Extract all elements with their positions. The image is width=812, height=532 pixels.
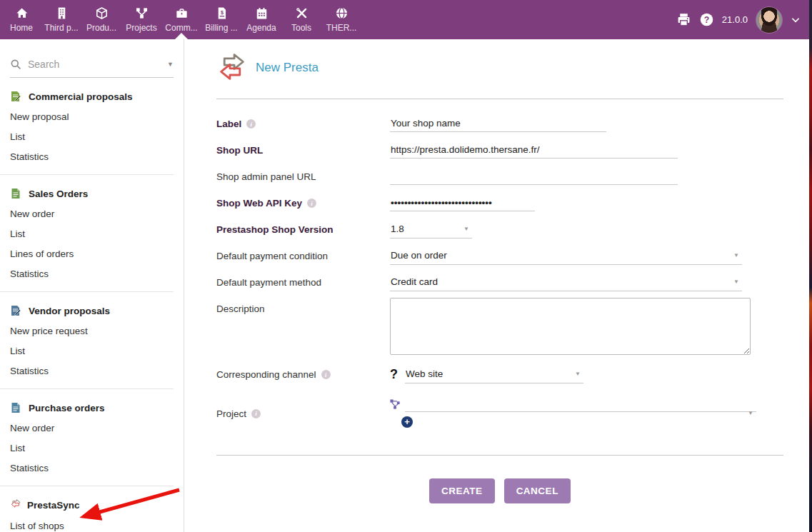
- sidebar-divider: [0, 174, 174, 175]
- sidebar-item-new-price-request[interactable]: New price request: [10, 321, 174, 341]
- info-icon[interactable]: i: [246, 119, 256, 129]
- section-title: PrestaSync: [27, 500, 80, 511]
- menu-label: Agenda: [246, 23, 276, 33]
- selected-value: Web site: [406, 368, 443, 379]
- sidebar-item-proposal-statistics[interactable]: Statistics: [10, 146, 174, 166]
- sidebar-item-order-statistics[interactable]: Statistics: [10, 264, 174, 283]
- api-key-input[interactable]: [390, 195, 535, 211]
- user-avatar[interactable]: [756, 6, 783, 34]
- sidebar-item-lines-of-orders[interactable]: Lines of orders: [10, 244, 174, 264]
- description-textarea[interactable]: [390, 298, 751, 355]
- form-row-payment-method: Default payment method Credit card ▼: [216, 269, 783, 296]
- calendar-icon: [255, 6, 269, 20]
- search-icon: [10, 59, 21, 70]
- search-dropdown-caret[interactable]: ▼: [167, 61, 174, 68]
- menu-label: Comm...: [165, 23, 197, 33]
- globe-icon: [335, 6, 349, 20]
- info-icon[interactable]: i: [251, 409, 261, 418]
- form-row-api-key: Shop Web API Key i: [216, 190, 783, 216]
- menu-third-parties[interactable]: Third p...: [41, 0, 81, 39]
- help-icon[interactable]: ?: [699, 12, 714, 27]
- actions-divider: [216, 455, 783, 456]
- field-label: Shop admin panel URL: [216, 171, 316, 182]
- field-label: Project: [216, 408, 246, 419]
- sidebar-divider: [0, 388, 174, 389]
- search-input[interactable]: [28, 59, 161, 70]
- header-divider: [216, 99, 783, 99]
- form-row-shop-url: Shop URL: [216, 137, 783, 164]
- section-header-sales-orders[interactable]: Sales Orders: [10, 181, 174, 204]
- field-label: Default payment method: [216, 277, 321, 288]
- field-label: Shop URL: [216, 145, 263, 156]
- shop-version-select[interactable]: 1.8 ▼: [390, 221, 472, 239]
- menu-projects[interactable]: Projects: [121, 0, 161, 39]
- form-row-project: Project i ▼ +: [216, 391, 783, 436]
- sidebar-item-purchase-order-statistics[interactable]: Statistics: [10, 458, 174, 478]
- project-select[interactable]: ▼: [405, 406, 756, 412]
- label-input[interactable]: [390, 116, 606, 132]
- sidebar-item-vendor-proposal-list[interactable]: List: [10, 341, 174, 361]
- sidebar-section-sales-orders: Sales Orders New order List Lines of ord…: [0, 181, 184, 283]
- section-title: Sales Orders: [29, 189, 88, 199]
- exchange-arrows-icon: [10, 499, 24, 511]
- version-number: 21.0.0: [722, 14, 748, 25]
- shop-url-input[interactable]: [390, 142, 678, 159]
- add-project-button[interactable]: +: [401, 416, 413, 428]
- sidebar-item-vendor-proposal-statistics[interactable]: Statistics: [10, 361, 174, 381]
- form-row-description: Description: [216, 298, 783, 355]
- sidebar-item-purchase-order-list[interactable]: List: [10, 438, 174, 458]
- sidebar-item-new-order[interactable]: New order: [10, 204, 174, 224]
- sidebar-item-order-list[interactable]: List: [10, 224, 174, 244]
- sitemap-icon: [135, 6, 149, 20]
- select-caret-icon: ▼: [733, 278, 739, 285]
- sidebar-divider: [0, 486, 174, 486]
- payment-condition-select[interactable]: Due on order ▼: [390, 248, 742, 265]
- menu-agenda[interactable]: Agenda: [241, 0, 281, 39]
- page-title: New Presta: [256, 61, 319, 75]
- menu-tools[interactable]: Tools: [281, 0, 321, 39]
- file-blue-icon: [10, 402, 21, 413]
- channel-select[interactable]: Web site ▼: [405, 366, 583, 383]
- building-icon: [55, 6, 69, 20]
- home-icon: [15, 6, 29, 20]
- menu-label: Projects: [126, 23, 156, 33]
- briefcase-icon: [175, 6, 189, 20]
- menu-thersane[interactable]: THER...: [321, 0, 361, 39]
- doc-pen-blue-icon: [10, 305, 21, 316]
- section-title: Commercial proposals: [29, 91, 133, 102]
- menu-billing[interactable]: $ Billing ...: [201, 0, 241, 39]
- sidebar-divider: [0, 291, 174, 292]
- info-icon[interactable]: i: [321, 370, 331, 379]
- svg-text:$: $: [220, 10, 223, 16]
- sidebar-section-prestasync: PrestaSync List of shops New shop: [0, 493, 184, 532]
- menu-label: THER...: [326, 23, 357, 33]
- admin-url-input[interactable]: [390, 169, 678, 185]
- section-header-prestasync[interactable]: PrestaSync: [10, 493, 174, 516]
- create-button[interactable]: CREATE: [429, 478, 495, 503]
- sidebar-item-list-of-shops[interactable]: List of shops: [10, 516, 174, 532]
- prestasync-exchange-icon: [216, 54, 248, 82]
- section-header-vendor-proposals[interactable]: Vendor proposals: [10, 298, 174, 321]
- sidebar-item-new-purchase-order[interactable]: New order: [10, 418, 174, 438]
- sidebar-item-new-proposal[interactable]: New proposal: [10, 106, 174, 126]
- chevron-down-icon[interactable]: [791, 15, 801, 25]
- tools-icon: [295, 6, 309, 20]
- sidebar-item-proposal-list[interactable]: List: [10, 126, 174, 146]
- svg-text:?: ?: [704, 15, 709, 25]
- section-header-purchase-orders[interactable]: Purchase orders: [10, 396, 174, 418]
- form-row-shop-version: Prestashop Shop Version 1.8 ▼: [216, 216, 783, 243]
- menu-home[interactable]: Home: [1, 0, 41, 39]
- selected-value: Credit card: [391, 276, 438, 287]
- payment-method-select[interactable]: Credit card ▼: [390, 274, 742, 291]
- menu-label: Home: [10, 23, 33, 33]
- cancel-button[interactable]: CANCEL: [504, 478, 571, 503]
- sidebar-section-commercial-proposals: Commercial proposals New proposal List S…: [0, 84, 184, 166]
- menu-label: Tools: [291, 23, 311, 33]
- menu-products[interactable]: Produ...: [81, 0, 121, 39]
- printer-icon[interactable]: [676, 12, 691, 27]
- info-icon[interactable]: i: [307, 199, 316, 208]
- form-row-payment-condition: Default payment condition Due on order ▼: [216, 243, 783, 269]
- section-header-commercial-proposals[interactable]: Commercial proposals: [10, 84, 174, 106]
- field-label: Corresponding channel: [216, 369, 316, 380]
- file-green-icon: [10, 188, 21, 199]
